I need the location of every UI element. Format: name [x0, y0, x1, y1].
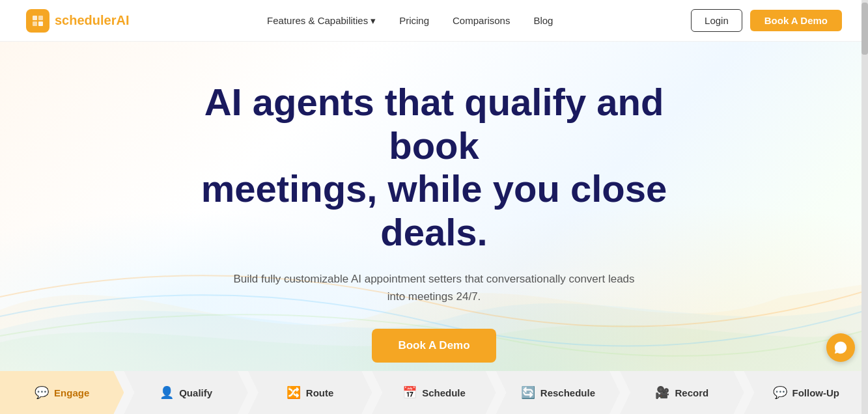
logo-icon	[26, 9, 49, 33]
logo[interactable]: schedulerAI	[26, 9, 129, 33]
navbar: schedulerAI Features & Capabilities ▾ Pr…	[0, 0, 868, 42]
nav-comparisons[interactable]: Comparisons	[453, 15, 510, 26]
step-route[interactable]: 🔀 Route	[248, 371, 372, 414]
step-followup[interactable]: 💬 Follow-Up	[744, 371, 868, 414]
step-reschedule-label: Reschedule	[540, 387, 595, 398]
login-button[interactable]: Login	[691, 9, 742, 32]
scrollbar[interactable]	[861, 0, 868, 414]
qualify-icon: 👤	[160, 385, 174, 400]
step-followup-label: Follow-Up	[792, 387, 839, 398]
step-route-label: Route	[306, 387, 334, 398]
schedule-icon: 📅	[402, 385, 417, 400]
book-demo-hero-button[interactable]: Book A Demo	[372, 329, 496, 363]
nav-features[interactable]: Features & Capabilities ▾	[267, 15, 376, 27]
book-demo-nav-button[interactable]: Book A Demo	[750, 10, 842, 31]
engage-icon: 💬	[35, 385, 49, 400]
logo-text: schedulerAI	[55, 13, 129, 28]
chat-support-button[interactable]	[826, 333, 855, 362]
steps-bar: 💬 Engage 👤 Qualify 🔀 Route 📅 Schedule 🔄 …	[0, 371, 868, 414]
svg-rect-1	[38, 16, 43, 20]
record-icon: 🎥	[655, 385, 669, 400]
nav-blog[interactable]: Blog	[533, 15, 553, 26]
nav-pricing[interactable]: Pricing	[399, 15, 429, 26]
step-qualify[interactable]: 👤 Qualify	[124, 371, 247, 414]
hero-subtext: Build fully customizable AI appointment …	[232, 270, 636, 305]
svg-rect-3	[38, 21, 43, 26]
followup-icon: 💬	[773, 385, 787, 400]
hero-headline: AI agents that qualify and book meetings…	[174, 81, 695, 255]
step-schedule[interactable]: 📅 Schedule	[372, 371, 496, 414]
step-record-label: Record	[675, 387, 708, 398]
step-reschedule[interactable]: 🔄 Reschedule	[496, 371, 620, 414]
nav-links: Features & Capabilities ▾ Pricing Compar…	[267, 15, 553, 27]
route-icon: 🔀	[287, 385, 301, 400]
hero-section: AI agents that qualify and book meetings…	[0, 42, 868, 414]
scrollbar-thumb[interactable]	[861, 3, 868, 55]
step-engage-label: Engage	[54, 387, 89, 398]
reschedule-icon: 🔄	[521, 385, 535, 400]
svg-rect-0	[33, 16, 37, 20]
step-qualify-label: Qualify	[179, 387, 212, 398]
hero-content: AI agents that qualify and book meetings…	[26, 81, 842, 363]
svg-rect-2	[33, 21, 37, 26]
step-record[interactable]: 🎥 Record	[620, 371, 744, 414]
chevron-down-icon: ▾	[371, 15, 376, 27]
step-schedule-label: Schedule	[422, 387, 466, 398]
nav-actions: Login Book A Demo	[691, 9, 842, 32]
step-engage[interactable]: 💬 Engage	[0, 371, 124, 414]
